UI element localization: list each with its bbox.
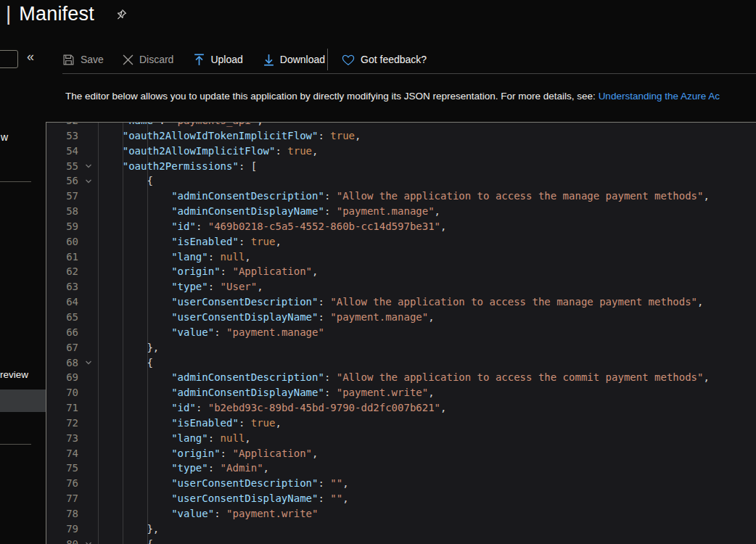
sidebar-divider: [0, 181, 31, 182]
fold-chevron-icon[interactable]: [78, 173, 98, 189]
code-line[interactable]: 64 "userConsentDescription": "Allow the …: [46, 294, 756, 310]
code-lines-container: 52 "name": "payments_api",53 "oauth2Allo…: [46, 122, 756, 544]
code-text: {: [98, 355, 153, 371]
code-line[interactable]: 75 "type": "Admin",: [46, 461, 756, 476]
feedback-label: Got feedback?: [361, 54, 427, 65]
sidebar-search-input[interactable]: [0, 50, 18, 68]
discard-label: Discard: [139, 54, 173, 65]
line-number: 53: [46, 128, 78, 144]
line-number: 63: [46, 279, 78, 294]
line-number: 69: [46, 370, 78, 385]
line-number: 66: [46, 325, 78, 340]
code-text: "origin": "Application",: [98, 446, 318, 461]
code-line[interactable]: 59 "id": "469b0218-c5a5-4552-860b-cc14d5…: [46, 219, 756, 234]
code-line[interactable]: 65 "userConsentDisplayName": "payment.ma…: [46, 310, 756, 325]
manifest-docs-link[interactable]: Understanding the Azure Ac: [599, 91, 720, 102]
line-number: 59: [46, 219, 78, 234]
line-number: 54: [46, 144, 78, 159]
toolbar-divider: [327, 49, 328, 70]
fold-spacer: [78, 340, 98, 355]
download-button[interactable]: Download: [263, 54, 325, 66]
fold-spacer: [78, 310, 98, 325]
code-line[interactable]: 80 {: [46, 537, 756, 544]
code-text: "id": "b2ebd93c-89bd-45bd-9790-dd2fc007b…: [98, 400, 446, 416]
code-line[interactable]: 52 "name": "payments_api",: [46, 122, 756, 128]
save-button[interactable]: Save: [62, 54, 104, 66]
code-line[interactable]: 66 "value": "payment.manage": [46, 325, 756, 340]
line-number: 74: [46, 446, 78, 461]
code-line[interactable]: 58 "adminConsentDisplayName": "payment.m…: [46, 204, 756, 219]
line-number: 73: [46, 431, 78, 446]
code-text: {: [98, 173, 153, 189]
code-text: "type": "User",: [98, 279, 263, 294]
line-number: 71: [46, 400, 78, 416]
code-text: "name": "payments_api",: [98, 122, 263, 128]
line-number: 64: [46, 294, 78, 310]
line-number: 72: [46, 416, 78, 431]
code-text: "adminConsentDescription": "Allow the ap…: [98, 370, 710, 385]
upload-icon: [194, 54, 205, 66]
code-line[interactable]: 57 "adminConsentDescription": "Allow the…: [46, 189, 756, 204]
line-number: 57: [46, 189, 78, 204]
code-text: "origin": "Application",: [98, 264, 318, 279]
code-line[interactable]: 61 "lang": null,: [46, 250, 756, 265]
line-number: 67: [46, 340, 78, 355]
code-line[interactable]: 69 "adminConsentDescription": "Allow the…: [46, 370, 756, 385]
sidebar-item-manifest-selected[interactable]: [0, 390, 46, 412]
line-number: 62: [46, 264, 78, 279]
code-line[interactable]: 67 },: [46, 340, 756, 355]
code-line[interactable]: 63 "type": "User",: [46, 279, 756, 294]
code-line[interactable]: 53 "oauth2AllowIdTokenImplicitFlow": tru…: [46, 128, 756, 144]
code-line[interactable]: 62 "origin": "Application",: [46, 264, 756, 279]
sidebar-item-preview-partial[interactable]: review: [0, 369, 28, 380]
code-text: "userConsentDescription": "Allow the app…: [98, 294, 703, 310]
code-line[interactable]: 72 "isEnabled": true,: [46, 416, 756, 431]
fold-spacer: [78, 122, 98, 128]
code-text: "userConsentDisplayName": "",: [98, 491, 349, 506]
code-line[interactable]: 55 "oauth2Permissions": [: [46, 159, 756, 174]
code-line[interactable]: 78 "value": "payment.write": [46, 506, 756, 522]
code-line[interactable]: 56 {: [46, 173, 756, 189]
fold-chevron-icon[interactable]: [78, 159, 98, 174]
upload-button[interactable]: Upload: [194, 54, 242, 66]
discard-button[interactable]: Discard: [123, 54, 173, 65]
sidebar-collapse-chevron-icon[interactable]: «: [27, 49, 34, 65]
code-line[interactable]: 60 "isEnabled": true,: [46, 234, 756, 250]
line-number: 52: [46, 122, 78, 128]
fold-spacer: [78, 370, 98, 385]
sidebar-item-overview-partial[interactable]: w: [1, 131, 8, 143]
code-text: "oauth2Permissions": [: [98, 159, 257, 174]
code-text: "lang": null,: [98, 431, 251, 446]
fold-spacer: [78, 416, 98, 431]
code-text: "userConsentDescription": "",: [98, 476, 349, 491]
code-line[interactable]: 74 "origin": "Application",: [46, 446, 756, 461]
fold-spacer: [78, 431, 98, 446]
code-line[interactable]: 70 "adminConsentDisplayName": "payment.w…: [46, 385, 756, 400]
code-line[interactable]: 77 "userConsentDisplayName": "",: [46, 491, 756, 506]
code-line[interactable]: 68 {: [46, 355, 756, 371]
code-line[interactable]: 54 "oauth2AllowImplicitFlow": true,: [46, 144, 756, 159]
code-text: "adminConsentDescription": "Allow the ap…: [98, 189, 710, 204]
page-title-text: Manifest: [19, 3, 94, 25]
code-line[interactable]: 79 },: [46, 522, 756, 537]
fold-chevron-icon[interactable]: [78, 537, 98, 544]
code-text: "lang": null,: [98, 250, 251, 265]
fold-spacer: [78, 522, 98, 537]
fold-spacer: [78, 491, 98, 506]
code-text: "oauth2AllowIdTokenImplicitFlow": true,: [98, 128, 361, 144]
manifest-json-editor[interactable]: 52 "name": "payments_api",53 "oauth2Allo…: [46, 122, 756, 544]
upload-label: Upload: [210, 54, 242, 65]
save-icon: [62, 54, 75, 66]
code-line[interactable]: 71 "id": "b2ebd93c-89bd-45bd-9790-dd2fc0…: [46, 400, 756, 416]
download-label: Download: [280, 54, 325, 65]
fold-chevron-icon[interactable]: [78, 355, 98, 371]
feedback-button[interactable]: Got feedback?: [342, 54, 427, 66]
pushpin-icon[interactable]: [114, 8, 128, 22]
code-line[interactable]: 73 "lang": null,: [46, 431, 756, 446]
code-line[interactable]: 76 "userConsentDescription": "",: [46, 476, 756, 491]
fold-spacer: [78, 446, 98, 461]
code-text: "value": "payment.manage": [98, 325, 324, 340]
line-number: 78: [46, 506, 78, 522]
fold-spacer: [78, 204, 98, 219]
azure-manifest-page: | Manifest Save Di: [0, 0, 756, 544]
